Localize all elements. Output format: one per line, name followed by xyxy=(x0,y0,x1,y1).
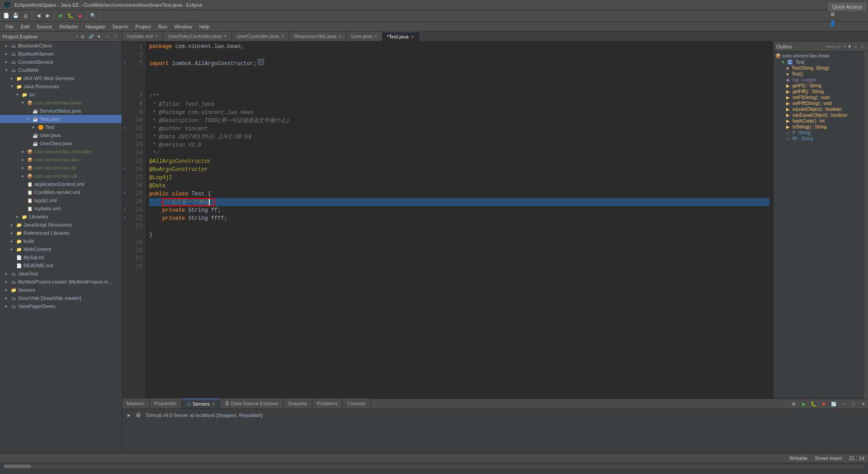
outline-item-getff[interactable]: ▶ getFf() : String xyxy=(774,83,864,89)
btab-servers-close[interactable]: ✕ xyxy=(212,402,215,406)
outline-item-equals[interactable]: ▶ equals(Object) : boolean xyxy=(774,106,864,112)
pe-max-button[interactable]: □ xyxy=(112,33,119,40)
forward-button[interactable]: ▶ xyxy=(43,11,52,20)
outline-item-log[interactable]: ◆ log : Logger xyxy=(774,77,864,83)
view-button[interactable]: 👤 xyxy=(828,19,837,28)
server-debug-button[interactable]: 🐛 xyxy=(809,399,818,408)
gutter-11[interactable]: ▼ xyxy=(122,165,127,173)
tab-responseutils-close[interactable]: ✕ xyxy=(338,34,342,39)
tree-item-build[interactable]: ▸📁build xyxy=(0,237,122,245)
tree-item-src[interactable]: ▾📁src xyxy=(0,90,122,99)
pe-link-button[interactable]: 🔗 xyxy=(87,33,94,40)
tree-item-Referenced Libraries[interactable]: ▸📁Referenced Libraries xyxy=(0,229,122,237)
tree-item-ServiceStatus.java[interactable]: ☕ServiceStatus.java xyxy=(0,107,122,115)
gutter-22[interactable]: ▼ xyxy=(122,205,127,213)
pe-menu-button[interactable]: ▼ xyxy=(95,33,103,40)
tree-item-MySql.txt[interactable]: 📄MySql.txt xyxy=(0,253,122,261)
tree-item-JavaTest[interactable]: ▸🗂JavaTest xyxy=(0,270,122,278)
server-stop-button[interactable]: ■ xyxy=(819,399,828,408)
tab-test[interactable]: *Test.java ✕ xyxy=(382,32,419,41)
tab-usercontroller[interactable]: UserController.java ✕ xyxy=(232,32,289,41)
tree-item-com.vincent.lwx.dao[interactable]: ▸📦com.vincent.lwx.dao xyxy=(0,156,122,164)
quick-access-field[interactable]: Quick Access xyxy=(828,3,866,11)
tab-usercontroller-close[interactable]: ✕ xyxy=(281,34,284,39)
server-start-button[interactable]: ▶ xyxy=(799,399,808,408)
outline-close-icon[interactable]: ✕ xyxy=(843,44,846,49)
outline-item-package[interactable]: 📦 com.vincent.lwx.bean xyxy=(774,52,864,59)
tree-item-bluetooth-client[interactable]: ▸🗂BluetoothClient xyxy=(0,42,122,50)
tree-item-README.md[interactable]: 📄README.md xyxy=(0,261,122,270)
tab-user-close[interactable]: ✕ xyxy=(374,34,377,39)
search-button[interactable]: 🔍 xyxy=(89,11,98,20)
server-row-tomcat[interactable]: ▶ 🖥 Tomcat v9.0 Server at localhost [Sto… xyxy=(126,411,864,419)
run-button[interactable]: ▶ xyxy=(57,11,66,20)
tab-userdiary-close[interactable]: ✕ xyxy=(223,34,227,39)
menu-search[interactable]: Search xyxy=(109,23,132,30)
save-button[interactable]: 💾 xyxy=(11,11,20,20)
tab-userdiary[interactable]: UserDiaryController.java ✕ xyxy=(163,32,232,41)
outline-menu-button[interactable]: ▼ xyxy=(846,43,853,50)
pe-min-button[interactable]: ─ xyxy=(104,33,111,40)
tree-item-mybatis.xml[interactable]: 📋mybatis.xml xyxy=(0,204,122,213)
tree-item-com.vincent.lwx.bean[interactable]: ▾📦com.vincent.lwx.bean xyxy=(0,99,122,107)
menu-refactor[interactable]: Refactor xyxy=(56,23,82,30)
tab-mybatis[interactable]: mybatis.xml ✕ xyxy=(122,32,163,41)
tree-item-CoolWeb-servlet.xml[interactable]: 📋CoolWeb-servlet.xml xyxy=(0,188,122,196)
outline-min-button[interactable]: ─ xyxy=(853,43,859,50)
tree-item-com.vincent.lwx.db[interactable]: ▸📦com.vincent.lwx.db xyxy=(0,164,122,172)
menu-edit[interactable]: Edit xyxy=(17,23,33,30)
outline-item-canequal[interactable]: ▶ canEqual(Object) : boolean xyxy=(774,112,864,118)
back-button[interactable]: ◀ xyxy=(34,11,43,20)
tree-item-com.vincent.lwx.util[interactable]: ▸📦com.vincent.lwx.util xyxy=(0,172,122,180)
gutter-3[interactable]: ▼ xyxy=(122,59,127,67)
outline-item-hashcode[interactable]: ▶ hashCode() : int xyxy=(774,118,864,124)
pe-collapse-button[interactable]: ⊟ xyxy=(79,33,86,40)
gutter-8[interactable]: ▼ xyxy=(122,100,127,156)
btab-snippets[interactable]: Snippets xyxy=(283,398,312,408)
outline-scrollbar[interactable] xyxy=(864,52,868,398)
btab-problems[interactable]: Problems xyxy=(312,398,343,408)
tree-item-WebContent[interactable]: ▸📁WebContent xyxy=(0,245,122,253)
tree-item-SousVide[interactable]: ▸🗂SousVide [SousVide master] xyxy=(0,294,122,302)
menu-file[interactable]: File xyxy=(2,23,17,30)
btab-close-button[interactable]: ✕ xyxy=(859,399,868,408)
tab-user[interactable]: User.java ✕ xyxy=(347,32,382,41)
tree-item-MyWebProject-master[interactable]: ▸🗂MyWebProject-master [MyWebProject-m... xyxy=(0,278,122,286)
outline-item-constructor1[interactable]: ● Test(String, String) xyxy=(774,65,864,71)
server-new-button[interactable]: ⊞ xyxy=(789,399,798,408)
tree-item-Servers[interactable]: ▸📁Servers xyxy=(0,286,122,294)
tree-item-jax-ws[interactable]: ▸📁JAX-WS Web Services xyxy=(0,74,122,82)
code-content[interactable]: package com.vincent.lwx.bean; import lom… xyxy=(146,42,773,398)
print-button[interactable]: 🖨 xyxy=(21,11,30,20)
stop-button[interactable]: ■ xyxy=(75,11,85,20)
menu-run[interactable]: Run xyxy=(155,23,171,30)
btab-max-button[interactable]: □ xyxy=(849,399,858,408)
outline-item-test-class[interactable]: ▼ C Test xyxy=(774,59,864,65)
debug-button[interactable]: 🐛 xyxy=(66,11,75,20)
btab-min-button[interactable]: ─ xyxy=(839,399,848,408)
tree-item-JavaScript Resources[interactable]: ▸📁JavaScript Resources xyxy=(0,221,122,229)
gutter-23[interactable]: ▼ xyxy=(122,213,127,222)
tree-item-UserDiary.java[interactable]: ☕UserDiary.java xyxy=(0,139,122,147)
gutter-20[interactable]: ▼ xyxy=(122,189,127,197)
btab-markers[interactable]: Markers xyxy=(122,398,150,408)
code-editor[interactable]: ▼ ▼ ▼ ▼ ▼ ▼ 1 2 3 7 xyxy=(122,42,773,398)
tree-item-ViewPagerDemo[interactable]: ▸🗂ViewPagerDemo xyxy=(0,302,122,310)
btab-properties[interactable]: Properties xyxy=(150,398,182,408)
tree-item-com.vincent.lwx.controller[interactable]: ▸📦com.vincent.lwx.controller xyxy=(0,147,122,156)
outline-item-constructor2[interactable]: ● Test() xyxy=(774,71,864,77)
tree-item-java-resources[interactable]: ▾📁Java Resources xyxy=(0,82,122,90)
perspective-button[interactable]: ⊞ xyxy=(828,10,837,19)
outline-item-getffff[interactable]: ▶ getFfff() : String xyxy=(774,89,864,95)
btab-console[interactable]: Console xyxy=(343,398,370,408)
btab-servers[interactable]: 🖥 Servers ✕ xyxy=(182,398,220,408)
tab-mybatis-close[interactable]: ✕ xyxy=(155,34,158,39)
menu-help[interactable]: Help xyxy=(196,23,213,30)
outline-item-ff-field[interactable]: ◇ ff : String xyxy=(774,130,864,136)
menu-project[interactable]: Project xyxy=(132,23,154,30)
outline-item-setffff[interactable]: ▶ setFfff(String) : void xyxy=(774,100,864,106)
server-publish-button[interactable]: 🔄 xyxy=(829,399,838,408)
tree-item-applicationContext.xml[interactable]: 📋applicationContext.xml xyxy=(0,180,122,188)
tab-responseutils[interactable]: ResponseUtils.java ✕ xyxy=(289,32,347,41)
tree-item-Test.java[interactable]: ▾☕Test.java xyxy=(0,115,122,123)
